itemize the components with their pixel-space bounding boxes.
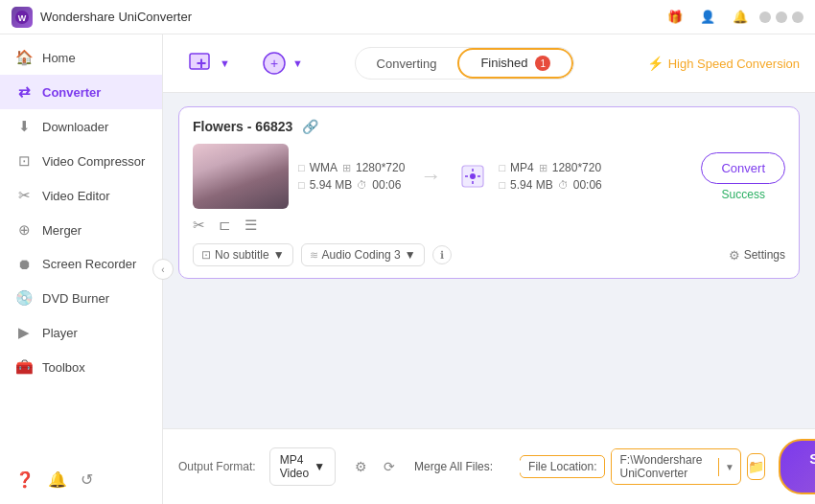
lightning-icon: ⚡ [647, 56, 664, 71]
toolbox-icon: 🧰 [15, 358, 33, 376]
title-bar-actions: 🎁 👤 🔔 — □ ✕ [662, 4, 803, 31]
tab-converting[interactable]: Converting [356, 48, 458, 80]
subtitle-select[interactable]: ⊡ No subtitle ▼ [193, 243, 293, 266]
converting-label: Converting [377, 57, 437, 71]
downloader-icon: ⬇ [15, 118, 33, 135]
format-icons: ⚙ ⟳ [349, 455, 401, 478]
high-speed-button[interactable]: ⚡ High Speed Conversion [647, 56, 800, 71]
file-card: Flowers - 66823 🔗 □ WMA ⊞ 1280*7 [178, 106, 800, 279]
svg-point-7 [470, 173, 476, 179]
svg-text:+: + [270, 56, 278, 71]
toolbar: + ▼ + ▼ Converting Finished 1 [163, 34, 815, 93]
audio-select[interactable]: ≋ Audio Coding 3 ▼ [301, 243, 425, 266]
convert-button[interactable]: Convert [701, 152, 785, 184]
sidebar-item-screen-recorder[interactable]: ⏺ Screen Recorder [0, 247, 162, 281]
output-format-select[interactable]: MP4 Video ▼ [269, 447, 336, 486]
subtitle-dropdown-icon: ▼ [273, 248, 285, 262]
settings-bar: ⊡ No subtitle ▼ ≋ Audio Coding 3 ▼ ℹ ⚙ S… [193, 243, 785, 266]
sidebar-item-converter[interactable]: ⇄ Converter [0, 75, 162, 109]
window-controls: — □ ✕ [759, 11, 803, 23]
content-area: Flowers - 66823 🔗 □ WMA ⊞ 1280*7 [163, 93, 815, 428]
minimize-button[interactable]: — [759, 11, 771, 23]
settings-label: Settings [744, 248, 785, 262]
settings-button[interactable]: ⚙ Settings [729, 248, 785, 263]
sidebar-label-toolbox: Toolbox [42, 360, 85, 375]
finished-badge: 1 [535, 56, 550, 71]
sidebar-item-toolbox[interactable]: 🧰 Toolbox [0, 350, 162, 384]
toggle-knob [508, 459, 524, 474]
finished-label: Finished [480, 56, 527, 70]
title-bar: W Wondershare UniConverter 🎁 👤 🔔 — □ ✕ [0, 0, 815, 34]
sidebar-item-video-compressor[interactable]: ⊡ Video Compressor [0, 144, 162, 178]
target-resolution: 1280*720 [552, 161, 601, 174]
source-resolution: 1280*720 [356, 161, 405, 174]
file-location-label: File Location: [520, 455, 605, 478]
sidebar-label-converter: Converter [42, 85, 101, 100]
convert-arrow-icon: → [420, 164, 441, 189]
res-icon: ⊞ [342, 162, 351, 174]
sidebar-item-video-editor[interactable]: ✂ Video Editor [0, 178, 162, 213]
sidebar-label-video-editor: Video Editor [42, 189, 110, 203]
target-res-icon: ⊞ [539, 162, 547, 174]
file-folder-button[interactable]: 📁 [747, 453, 765, 480]
source-format: WMA [310, 161, 338, 174]
start-all-button[interactable]: Start All [779, 439, 815, 494]
sidebar-label-player: Player [42, 326, 78, 340]
close-button[interactable]: ✕ [792, 11, 803, 23]
format-icon: □ [298, 162, 305, 173]
sidebar-item-merger[interactable]: ⊕ Merger [0, 213, 162, 247]
sidebar-item-downloader[interactable]: ⬇ Downloader [0, 109, 162, 144]
help-icon[interactable]: ❓ [15, 470, 35, 489]
scissors-icon[interactable]: ✂ [193, 217, 205, 234]
sidebar-label-video-compressor: Video Compressor [42, 154, 145, 169]
sidebar-collapse-button[interactable]: ‹ [152, 259, 174, 280]
target-format: MP4 [510, 161, 534, 174]
edit-settings-icon[interactable] [460, 164, 485, 189]
info-button[interactable]: ℹ [432, 245, 452, 264]
bell-icon[interactable]: 🔔 [727, 4, 754, 31]
sidebar-item-home[interactable]: 🏠 Home [0, 40, 162, 75]
player-icon: ▶ [15, 324, 33, 341]
sidebar-item-player[interactable]: ▶ Player [0, 315, 162, 350]
source-size: 5.94 MB [310, 178, 353, 192]
refresh-icon[interactable]: ↺ [81, 470, 93, 489]
bottom-bar: Output Format: MP4 Video ▼ ⚙ ⟳ Merge All… [163, 428, 815, 504]
gift-icon[interactable]: 🎁 [662, 4, 688, 31]
file-location-dropdown[interactable]: ▼ [718, 458, 740, 476]
source-format-row: □ WMA ⊞ 1280*720 [298, 161, 405, 174]
main-content: + ▼ + ▼ Converting Finished 1 [163, 34, 815, 504]
file-location-input[interactable]: F:\Wondershare UniConverter ▼ [611, 448, 740, 485]
file-header: Flowers - 66823 🔗 [193, 119, 785, 134]
menu-icon[interactable]: ☰ [244, 217, 257, 234]
output-format-value: MP4 Video [280, 453, 309, 480]
add-screen-arrow: ▼ [292, 57, 303, 69]
maximize-button[interactable]: □ [776, 11, 787, 23]
format-share-icon[interactable]: ⟳ [378, 455, 401, 478]
success-status: Success [722, 188, 765, 201]
sidebar-bottom: ❓ 🔔 ↺ [0, 461, 162, 498]
target-meta: □ MP4 ⊞ 1280*720 □ 5.94 MB ⏱ 00:06 [499, 161, 601, 192]
home-icon: 🏠 [15, 49, 33, 66]
sidebar-label-merger: Merger [42, 223, 82, 238]
high-speed-label: High Speed Conversion [668, 57, 800, 71]
add-files-button[interactable]: + ▼ [178, 44, 240, 82]
file-link-icon[interactable]: 🔗 [302, 119, 318, 134]
notification-icon[interactable]: 🔔 [48, 470, 67, 489]
user-icon[interactable]: 👤 [694, 4, 721, 31]
app-body: 🏠 Home ⇄ Converter ⬇ Downloader ⊡ Video … [0, 34, 815, 504]
format-settings-icon[interactable]: ⚙ [349, 455, 372, 478]
merger-icon: ⊕ [15, 221, 33, 239]
svg-text:+: + [197, 54, 207, 73]
sidebar-label-dvd-burner: DVD Burner [42, 291, 109, 306]
tab-group: Converting Finished 1 [355, 47, 575, 80]
thumbnail-image [193, 144, 289, 209]
add-screen-button[interactable]: + ▼ [251, 44, 313, 82]
app-title: Wondershare UniConverter [40, 10, 662, 24]
copy-icon[interactable]: ⊏ [219, 217, 231, 234]
tab-finished[interactable]: Finished 1 [457, 48, 573, 80]
subtitle-icon: ⊡ [201, 248, 211, 262]
sidebar-item-dvd-burner[interactable]: 💿 DVD Burner [0, 281, 162, 315]
dvd-burner-icon: 💿 [15, 289, 33, 307]
target-size: 5.94 MB [510, 178, 553, 192]
sidebar-label-home: Home [42, 51, 76, 65]
